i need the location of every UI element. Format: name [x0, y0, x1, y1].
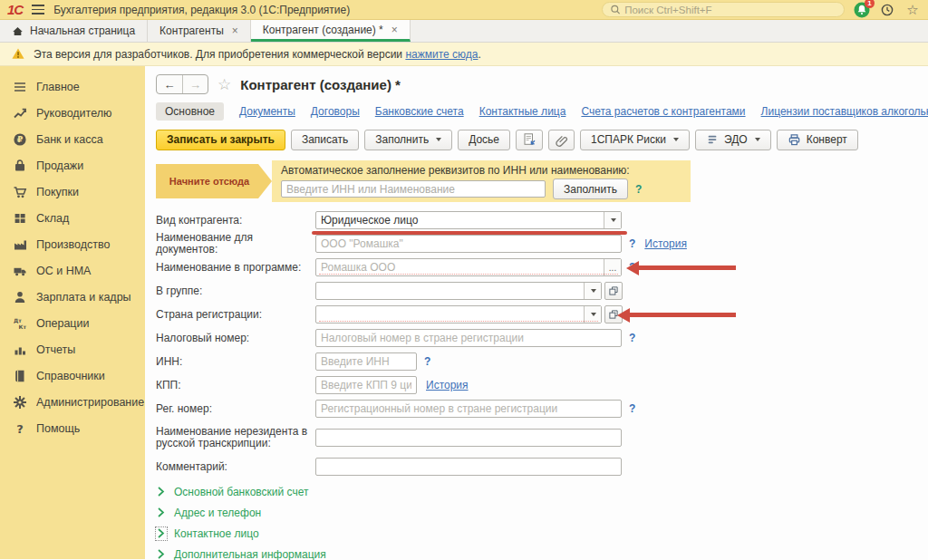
chevron-down-icon: [755, 138, 760, 141]
fill-menu-button[interactable]: Заполнить: [364, 130, 452, 150]
banner-link[interactable]: нажмите сюда: [405, 48, 478, 61]
strana-registracii-input[interactable]: [316, 306, 584, 323]
factory-icon: [13, 237, 27, 252]
naimenovanie-dokumentov-field[interactable]: [315, 235, 622, 253]
naimenovanie-programme-field[interactable]: ...: [315, 258, 622, 276]
tab-close-icon[interactable]: ×: [232, 24, 238, 37]
dt-kt-icon: ДтКт: [13, 316, 27, 331]
forward-button[interactable]: →: [182, 75, 208, 93]
nav-link-dokumenty[interactable]: Документы: [239, 105, 295, 118]
kommentariy-field[interactable]: [315, 458, 622, 476]
main-menu-icon[interactable]: [32, 5, 44, 14]
section-kontaktnoe-lico[interactable]: Контактное лицо: [156, 523, 928, 544]
save-close-button[interactable]: Записать и закрыть: [156, 130, 285, 150]
envelope-button[interactable]: Конверт: [777, 130, 858, 150]
book-icon: [13, 369, 27, 383]
sidebar-item-sklad[interactable]: Склад: [0, 205, 145, 231]
istoriya-link[interactable]: История: [426, 379, 469, 391]
dropdown-button[interactable]: [584, 306, 601, 323]
sidebar-item-otchety[interactable]: Отчеты: [0, 336, 145, 362]
gear-icon: [13, 395, 27, 410]
back-button[interactable]: ←: [157, 75, 182, 93]
warning-icon: [11, 47, 25, 61]
sidebar-item-rukovoditelyu[interactable]: Руководителю: [0, 100, 145, 126]
help-icon[interactable]: ?: [629, 237, 635, 250]
reg-nomer-field[interactable]: [315, 400, 622, 418]
inn-or-name-input[interactable]: [281, 180, 546, 198]
istoriya-link[interactable]: История: [644, 237, 687, 250]
autofill-fill-button[interactable]: Заполнить: [553, 179, 628, 199]
sidebar-item-proizvodstvo[interactable]: Производство: [0, 231, 145, 257]
nerezident-input[interactable]: [316, 430, 621, 446]
nav-link-dogovory[interactable]: Договоры: [311, 105, 360, 118]
strana-registracii-combo[interactable]: [315, 305, 602, 323]
sidebar-item-bank-i-kassa[interactable]: ₽ Банк и касса: [0, 126, 145, 152]
section-dopolnitelnaya-informaciya[interactable]: Дополнительная информация: [156, 544, 928, 560]
vid-kontragenta-value[interactable]: [316, 212, 604, 228]
edo-button[interactable]: ЭДО: [695, 130, 771, 150]
section-bankovskiy-schet[interactable]: Основной банковский счет: [156, 481, 928, 502]
naimenovanie-programme-input[interactable]: [316, 259, 604, 275]
open-list-button[interactable]: [604, 282, 623, 300]
nalogovyy-nomer-input[interactable]: [316, 330, 621, 346]
nerezident-field[interactable]: [315, 429, 622, 447]
kpp-input[interactable]: [316, 377, 416, 393]
help-icon[interactable]: ?: [424, 355, 430, 368]
nav-link-bankovskie-scheta[interactable]: Банковские счета: [375, 105, 464, 118]
field-label-kpp: КПП:: [156, 380, 315, 391]
v-gruppe-combo[interactable]: [315, 282, 602, 300]
global-search[interactable]: [602, 2, 845, 17]
naimenovanie-dokumentov-input[interactable]: [316, 236, 621, 252]
dropdown-button[interactable]: [604, 212, 621, 228]
1c-logo-icon: 1С: [7, 3, 23, 16]
cart-icon: [13, 185, 27, 199]
notifications-button[interactable]: 1: [854, 2, 870, 18]
sidebar-item-pomosch[interactable]: ? Помощь: [0, 415, 145, 441]
tab-kontragent-create[interactable]: Контрагент (создание) * ×: [251, 20, 411, 42]
truck-icon: [13, 264, 27, 278]
search-input[interactable]: [624, 5, 836, 15]
tab-close-icon[interactable]: ×: [392, 24, 398, 36]
dropdown-button[interactable]: [584, 283, 601, 299]
menu-lines-icon: [13, 80, 27, 94]
inn-input[interactable]: [316, 353, 416, 370]
vid-kontragenta-combo[interactable]: [315, 211, 622, 229]
nalogovyy-nomer-field[interactable]: [315, 329, 622, 347]
sidebar-item-os-i-nma[interactable]: ОС и НМА: [0, 257, 145, 284]
help-icon[interactable]: ?: [629, 332, 635, 344]
autofill-help-link[interactable]: ?: [635, 183, 642, 196]
dossier-button[interactable]: Досье: [458, 130, 510, 150]
help-icon[interactable]: ?: [629, 402, 635, 415]
sidebar-item-administrirovanie[interactable]: Администрирование: [0, 389, 145, 415]
favorites-button[interactable]: ☆: [904, 2, 921, 18]
printer-icon: [788, 133, 801, 147]
tab-kontragenty[interactable]: Контрагенты ×: [148, 20, 251, 42]
load-document-button[interactable]: [516, 130, 543, 150]
nav-link-licenzii[interactable]: Лицензии поставщиков алкогольной продукц…: [761, 105, 928, 118]
section-adres-i-telefon[interactable]: Адрес и телефон: [156, 502, 928, 523]
reg-nomer-input[interactable]: [316, 401, 621, 417]
autofill-panel: Автоматическое заполнение реквизитов по …: [272, 160, 691, 202]
form-nav: Основное Документы Договоры Банковские с…: [156, 101, 928, 122]
sidebar-item-zarplata-i-kadry[interactable]: Зарплата и кадры: [0, 284, 145, 310]
favorite-star-icon[interactable]: ☆: [218, 75, 231, 94]
kommentariy-input[interactable]: [316, 459, 621, 475]
nav-link-osnovnoe[interactable]: Основное: [156, 102, 224, 121]
history-button[interactable]: [879, 2, 895, 18]
v-gruppe-input[interactable]: [316, 283, 584, 299]
spark-risks-button[interactable]: 1СПАРК Риски: [580, 130, 690, 150]
sidebar-item-pokupki[interactable]: Покупки: [0, 179, 145, 205]
attachments-button[interactable]: [548, 130, 575, 150]
kpp-field[interactable]: [315, 376, 417, 394]
sidebar-item-spravochniki[interactable]: Справочники: [0, 362, 145, 389]
sidebar-item-glavnoe[interactable]: Главное: [0, 73, 145, 100]
tab-home[interactable]: Начальная страница: [0, 20, 148, 42]
sidebar-item-operacii[interactable]: ДтКт Операции: [0, 310, 145, 336]
sidebar-item-prodazhi[interactable]: Продажи: [0, 152, 145, 179]
inn-field[interactable]: [315, 352, 417, 371]
chevron-down-icon: [591, 289, 596, 293]
nav-link-scheta-raschetov[interactable]: Счета расчетов с контрагентами: [581, 105, 745, 118]
save-button[interactable]: Записать: [291, 130, 359, 150]
nav-link-kontaktnye-lica[interactable]: Контактные лица: [479, 105, 566, 118]
ellipsis-button[interactable]: ...: [604, 259, 621, 275]
